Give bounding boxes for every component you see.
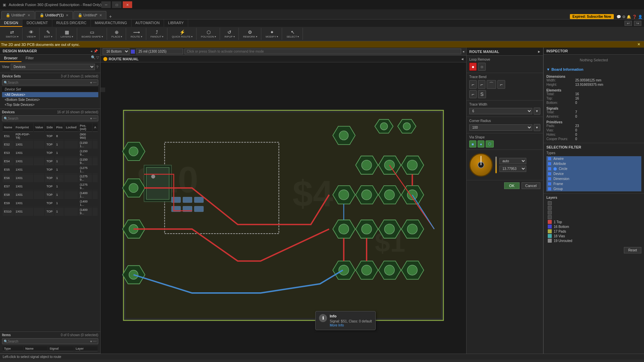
undo-button[interactable]: ↩ xyxy=(625,21,632,26)
subscription-button[interactable]: Expired: Subscribe Now xyxy=(570,14,614,19)
type-checkbox[interactable] xyxy=(548,187,551,191)
layer-select[interactable]: 16 Bottom 1 Top xyxy=(103,48,129,55)
maximize-button[interactable]: □ xyxy=(112,1,121,8)
route-panel-close-button[interactable]: ◂ xyxy=(461,56,464,61)
devices-menu-button[interactable]: ⋯ xyxy=(93,116,97,121)
layer-item[interactable] xyxy=(546,215,641,220)
tab-untitled2[interactable]: 🔒 Untitled*(1) ✕ xyxy=(35,11,73,19)
table-row[interactable]: ES1P(R-PDIP-T8)TOP8(900 950) xyxy=(3,132,98,140)
trace-bend-btn3[interactable]: ⌒ xyxy=(487,80,496,89)
layer-item[interactable] xyxy=(546,210,641,215)
type-checkbox[interactable] xyxy=(548,162,551,166)
devices-search-dropdown[interactable]: ▾ xyxy=(90,117,92,120)
table-row[interactable]: ES21X01TOP1(1150 1... xyxy=(3,141,98,148)
table-row[interactable]: ES41X01TOP1(1150 9... xyxy=(3,158,98,165)
command-line-input[interactable] xyxy=(184,49,461,54)
ripup-tool[interactable]: ↺ RIPUP ▾ xyxy=(222,28,237,39)
select-tool[interactable]: ↖ SELECT ▾ xyxy=(284,28,301,39)
table-row[interactable]: ES91X01TOP1(1400 1... xyxy=(3,199,98,207)
modify-tool[interactable]: ✦ MODIFY ▾ xyxy=(263,28,280,39)
items-search-dropdown[interactable]: ▾ xyxy=(90,340,92,343)
devices-search-input[interactable] xyxy=(8,117,90,120)
view-tool[interactable]: 👁 VIEW ▾ xyxy=(24,28,38,39)
drill-auto-select[interactable]: auto xyxy=(499,158,526,164)
device-set-item-top[interactable]: <Top Side Devices> xyxy=(2,102,98,107)
items-menu-button[interactable]: ⋯ xyxy=(93,339,97,344)
switch-tool[interactable]: ⇄ SWITCH ▾ xyxy=(3,28,21,39)
type-checkbox[interactable] xyxy=(548,177,551,181)
toolbar-tab-rules[interactable]: RULES DRC/ERC xyxy=(52,19,91,27)
selection-filter-type-item[interactable]: Group xyxy=(546,186,641,191)
layer-item[interactable] xyxy=(546,205,641,210)
cancel-button[interactable]: Cancel xyxy=(522,182,540,189)
selection-filter-type-item[interactable]: Airwire xyxy=(546,156,641,161)
drill-dial[interactable] xyxy=(469,153,493,177)
layer-item[interactable]: 19 Unrouted xyxy=(546,238,641,243)
toolbar-tab-automation[interactable]: AUTOMATION xyxy=(131,19,164,27)
route-tool[interactable]: ⟿ ROUTE ▾ xyxy=(128,28,144,39)
device-set-item-bottom[interactable]: <Bottom Side Devices> xyxy=(2,97,98,102)
selection-filter-type-item[interactable]: Attribute xyxy=(546,161,641,166)
trace-bend-btn6[interactable]: S xyxy=(478,90,486,98)
trace-width-select[interactable]: 6 8 10 12 xyxy=(469,108,532,114)
panel-pin-button[interactable]: 📌 xyxy=(94,49,98,53)
toolbar-tab-document[interactable]: DOCUMENT xyxy=(22,19,52,27)
fanout-tool[interactable]: ⤴ FANOUT ▾ xyxy=(148,28,166,39)
panel-tab-filter[interactable]: Filter xyxy=(21,55,38,62)
filter-toggle-icon[interactable]: ▽ xyxy=(96,55,99,61)
tab-untitled3[interactable]: 🔒 Untitled* ✕ xyxy=(73,11,107,19)
via-shape-circle[interactable]: ● xyxy=(478,140,485,147)
quick-route-tool[interactable]: ⚡ QUICK ROUTE ▾ xyxy=(169,28,195,39)
tab-untitled1[interactable]: 🔒 Untitled* ✕ xyxy=(1,11,35,19)
board-shape-tool[interactable]: ▭ BOARD SHAPE ▾ xyxy=(79,28,105,39)
new-tab-button[interactable]: + xyxy=(107,14,114,19)
toolbar-tab-manufacturing[interactable]: MANUFACTURING xyxy=(91,19,131,27)
selection-filter-type-item[interactable]: Frame xyxy=(546,181,641,186)
loop-remove-on-button[interactable]: ● xyxy=(469,63,477,71)
help-icon[interactable]: ? xyxy=(96,65,98,69)
sync-warning-close[interactable]: ✕ xyxy=(637,42,640,47)
view-select[interactable]: Devices Nets Signals xyxy=(11,64,95,70)
close-button[interactable]: ✕ xyxy=(123,1,132,8)
rework-tool[interactable]: ⚙ REWORK ▾ xyxy=(241,28,260,39)
redo-button[interactable]: ↪ xyxy=(634,21,641,26)
layer-item[interactable]: 1 Top xyxy=(546,220,641,224)
reset-button[interactable]: Reset xyxy=(624,247,641,253)
layer-item[interactable] xyxy=(546,201,641,205)
loop-remove-off-button[interactable]: ○ xyxy=(478,63,485,71)
canvas-toggle-button[interactable]: ◂ xyxy=(463,50,464,53)
table-row[interactable]: ES61X01TOP1(1275 9... xyxy=(3,174,98,182)
selection-filter-type-item[interactable]: Circle xyxy=(546,166,641,171)
tab-untitled2-close[interactable]: ✕ xyxy=(66,13,68,17)
device-sets-menu-button[interactable]: ⋯ xyxy=(93,80,97,85)
pcb-canvas[interactable]: $10 $4 $1 xyxy=(101,62,466,354)
edit-tool[interactable]: ✎ EDIT ▾ xyxy=(42,28,54,39)
board-info-collapse-icon[interactable]: ▼ xyxy=(546,67,550,71)
type-checkbox[interactable] xyxy=(548,172,551,176)
corner-radius-select[interactable]: 100 50 0 xyxy=(469,124,532,131)
trace-width-dropdown[interactable]: ▾ xyxy=(534,108,540,115)
device-set-item-all[interactable]: <All Devices> xyxy=(2,92,98,97)
trace-bend-btn2[interactable]: ⌐ xyxy=(478,80,485,89)
corner-radius-dropdown[interactable]: ▾ xyxy=(534,124,540,131)
trace-bend-btn1[interactable]: ⌐ xyxy=(469,80,477,89)
device-sets-search-input[interactable] xyxy=(8,81,90,84)
via-shape-square[interactable]: ■ xyxy=(469,140,476,147)
via-shape-hexagon[interactable]: ⬡ xyxy=(486,140,494,147)
drill-depth-select[interactable]: 13.77953 xyxy=(499,166,526,172)
toolbar-tab-library[interactable]: LIBRARY xyxy=(164,19,188,27)
layers-tool[interactable]: ▦ LAYERS ▾ xyxy=(58,28,75,39)
ok-button[interactable]: OK xyxy=(504,182,520,189)
place-tool[interactable]: ⊕ PLACE ▾ xyxy=(109,28,124,39)
polygon-tool[interactable]: ⬡ POLYGON ▾ xyxy=(199,28,218,39)
more-info-link[interactable]: More Info xyxy=(330,323,344,327)
table-row[interactable]: ES101X01TOP1(1400 9... xyxy=(3,208,98,216)
selection-filter-type-item[interactable]: Device xyxy=(546,171,641,176)
toolbar-tab-design[interactable]: DESIGN xyxy=(0,19,22,27)
layer-item[interactable]: 17 Pads xyxy=(546,229,641,234)
type-checkbox[interactable] xyxy=(548,167,551,171)
trace-bend-btn4[interactable]: ⌐ xyxy=(497,80,505,89)
table-row[interactable]: ES51X01TOP1(1275 1... xyxy=(3,166,98,174)
tab-untitled1-close[interactable]: ✕ xyxy=(28,13,30,17)
device-sets-search-dropdown[interactable]: ▾ xyxy=(90,81,92,84)
